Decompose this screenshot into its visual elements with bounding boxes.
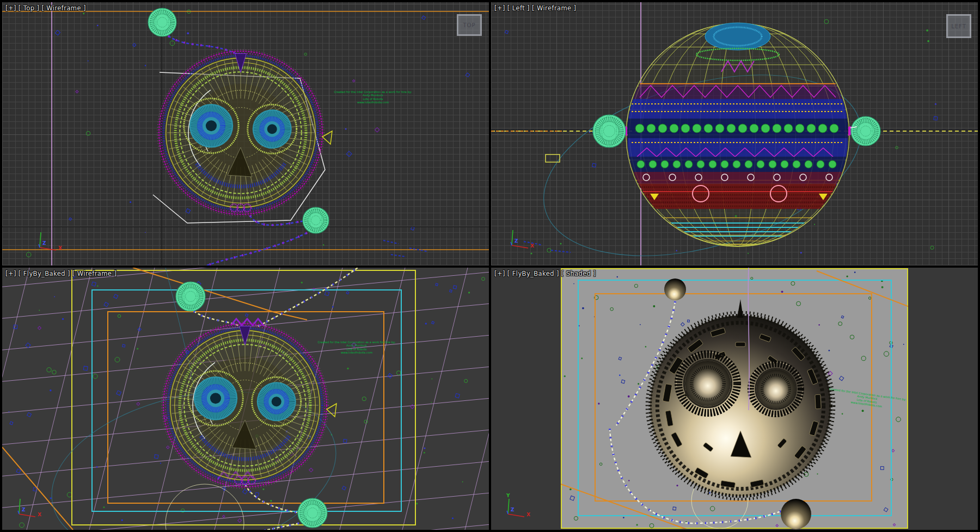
axis-label: X bbox=[58, 245, 62, 251]
viewport-top-canvas: ZX bbox=[2, 2, 489, 265]
green-wire-sphere bbox=[593, 115, 626, 147]
wireframe-owl-model bbox=[157, 50, 332, 216]
blue-dash-debris bbox=[383, 240, 427, 257]
green-wire-sphere bbox=[176, 282, 205, 311]
viewcube[interactable]: TOP bbox=[457, 14, 482, 36]
viewcube[interactable]: LEFT bbox=[946, 14, 971, 38]
viewport-camera-shaded-label[interactable]: [+] [ FlyBy_Baked ] [ Shaded ] bbox=[494, 270, 596, 277]
axis-tripod: ZX bbox=[18, 499, 41, 517]
viewcube-face-label[interactable]: LEFT bbox=[951, 23, 966, 29]
axis-label: X bbox=[530, 243, 534, 249]
shaded-sphere-ship bbox=[647, 299, 834, 499]
viewport-top-label[interactable]: [+] [ Top ] [ Wireframe ] bbox=[5, 4, 86, 12]
viewport-top[interactable]: ZX [+] [ Top ] [ Wireframe ] TOP Created… bbox=[2, 2, 489, 265]
viewport-quad-layout: ZX [+] [ Top ] [ Wireframe ] TOP Created… bbox=[0, 0, 980, 532]
watermark-text: Created for the Intel Corporation as a w… bbox=[327, 90, 419, 104]
axis-label: Z bbox=[42, 240, 46, 246]
watermark-line: www.lotsofrobots.com bbox=[310, 351, 403, 354]
viewport-camera-wireframe-label[interactable]: [+] [ FlyBy_Baked ] [ Wireframe ] bbox=[5, 270, 117, 277]
axis-label: Z bbox=[22, 507, 26, 512]
viewport-left-canvas: ZX bbox=[491, 2, 978, 265]
axis-label: Z bbox=[511, 507, 514, 512]
axis-tripod: ZX bbox=[39, 232, 62, 251]
watermark-text: Created for the Intel Corporation as a w… bbox=[310, 341, 403, 354]
green-wire-sphere bbox=[851, 116, 880, 146]
viewport-camera-wireframe-canvas: ZX bbox=[2, 268, 489, 530]
green-wire-sphere bbox=[298, 498, 327, 528]
green-wire-sphere bbox=[148, 8, 176, 36]
viewport-left[interactable]: ZX [+] [ Left ] [ Wireframe ] LEFT bbox=[491, 2, 978, 265]
axis-label: X bbox=[526, 512, 530, 517]
viewcube-face-label[interactable]: TOP bbox=[463, 22, 475, 28]
axis-label: Y bbox=[506, 493, 510, 498]
axis-tripod: YZX bbox=[506, 493, 530, 517]
viewport-camera-shaded[interactable]: YZX [+] [ FlyBy_Baked ] [ Shaded ] Creat… bbox=[491, 268, 978, 530]
axis-label: X bbox=[38, 512, 41, 517]
watermark-line: www.lotsofrobots.com bbox=[327, 101, 419, 104]
viewport-camera-wireframe[interactable]: ZX [+] [ FlyBy_Baked ] [ Wireframe ] Cre… bbox=[2, 268, 489, 530]
viewport-left-label[interactable]: [+] [ Left ] [ Wireframe ] bbox=[494, 4, 577, 12]
axis-tripod: ZX bbox=[511, 230, 534, 249]
axis-label: Z bbox=[514, 238, 518, 244]
green-wire-sphere bbox=[303, 207, 329, 233]
